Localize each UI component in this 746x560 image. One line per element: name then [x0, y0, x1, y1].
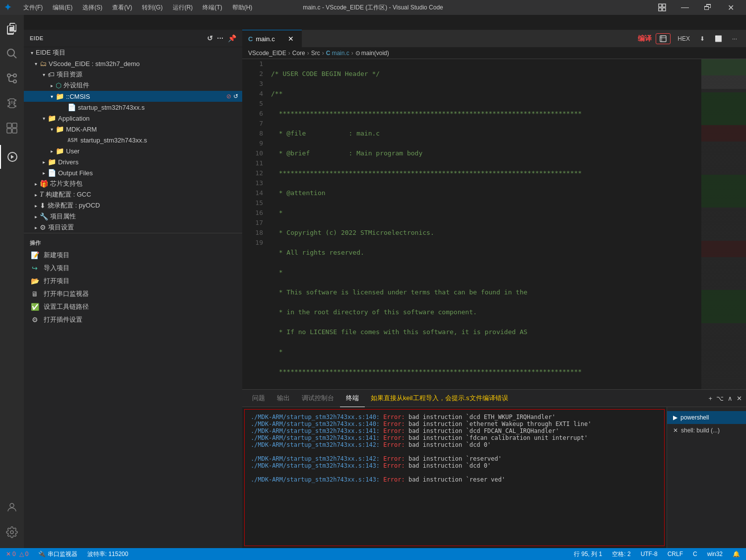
breadcrumb-vscode-eide[interactable]: VScode_EIDE — [248, 50, 286, 57]
panel-content: ./MDK-ARM/startup_stm32h743xx.s:140: Err… — [242, 407, 746, 548]
breadcrumb-core[interactable]: Core — [292, 50, 305, 57]
status-spaces[interactable]: 空格: 2 — [610, 550, 632, 559]
menu-view[interactable]: 查看(V) — [108, 2, 136, 13]
activity-explorer[interactable] — [0, 30, 24, 41]
status-baud-rate[interactable]: 波特率: 115200 — [85, 550, 131, 559]
menu-help[interactable]: 帮助(H) — [228, 2, 257, 13]
terminal-output[interactable]: ./MDK-ARM/startup_stm32h743xx.s:140: Err… — [244, 409, 665, 546]
operations-section: 操作 📝 新建项目 ↪ 导入项目 📂 打开项目 🖥 打开串口监视器 — [24, 233, 242, 328]
panel-powershell[interactable]: ▶ powershell — [667, 411, 746, 424]
sidebar-item-mdk-arm[interactable]: ▾ 📁 MDK-ARM — [24, 124, 242, 135]
op-serial-monitor[interactable]: 🖥 打开串口监视器 — [24, 287, 242, 300]
more-actions-icon[interactable]: ··· — [729, 34, 740, 44]
pin-icon[interactable]: 📌 — [228, 34, 237, 42]
activity-eide[interactable] — [0, 145, 24, 169]
operations-title: 操作 — [24, 237, 242, 249]
status-os[interactable]: win32 — [705, 551, 725, 558]
svg-point-18 — [10, 531, 13, 534]
download-icon[interactable]: ⬇ — [697, 34, 708, 44]
op-new-project[interactable]: 📝 新建项目 — [24, 249, 242, 262]
hex-button[interactable]: HEX — [675, 34, 693, 44]
error-msg-10: bad instruction `reser ved' — [408, 476, 505, 483]
svg-point-17 — [10, 503, 14, 507]
op-import-project[interactable]: ↪ 导入项目 — [24, 262, 242, 275]
status-serial-monitor[interactable]: 🔌 串口监视器 — [36, 550, 79, 559]
code-editor[interactable]: /* USER CODE BEGIN Header */ /** *******… — [267, 59, 701, 389]
panel-shell-build[interactable]: ✕ shell: build (...) — [667, 424, 746, 437]
sidebar-item-peripherals[interactable]: ▸ ⬡ 外设组件 — [24, 80, 242, 91]
sidebar-item-startup2[interactable]: ASM startup_stm32h743xx.s — [24, 135, 242, 145]
activity-settings[interactable] — [0, 520, 24, 544]
breadcrumb-file[interactable]: Cmain.c — [326, 50, 349, 57]
menu-file[interactable]: 文件(F) — [19, 2, 47, 13]
expand-panel-icon[interactable]: ∧ — [728, 395, 733, 402]
panel-tab-debug-console[interactable]: 调试控制台 — [296, 390, 340, 407]
close-panel-icon[interactable]: ✕ — [737, 395, 742, 402]
minimize-button[interactable]: — — [674, 0, 696, 15]
project-section-header[interactable]: ▾ EIDE 项目 — [24, 47, 242, 58]
op-plugin-settings[interactable]: ⚙ 打开插件设置 — [24, 313, 242, 326]
panel-tab-output[interactable]: 输出 — [271, 390, 296, 407]
close-button[interactable]: ✕ — [719, 0, 742, 15]
sidebar-item-output-files[interactable]: ▸ 📄 Output Files — [24, 167, 242, 178]
error-label-7: Error: — [383, 455, 405, 462]
menu-run[interactable]: 运行(R) — [169, 2, 197, 13]
sidebar-item-cmsis[interactable]: ▾ 📁 ::CMSIS ⊘ ↺ — [24, 91, 242, 102]
status-line-ending[interactable]: CRLF — [666, 551, 685, 558]
sidebar-item-build-config[interactable]: ▸ T 构建配置 : GCC — [24, 189, 242, 200]
sidebar-item-drivers[interactable]: ▸ 📁 Drivers — [24, 156, 242, 167]
menu-terminal[interactable]: 终端(T) — [199, 2, 226, 13]
status-line-col[interactable]: 行 95, 列 1 — [572, 550, 604, 559]
activity-debug[interactable] — [0, 91, 24, 115]
status-language[interactable]: C — [691, 551, 699, 558]
folder-icon: 📁 — [48, 114, 56, 122]
op-open-project[interactable]: 📂 打开项目 — [24, 275, 242, 287]
activity-search[interactable] — [0, 42, 24, 66]
tab-close-button[interactable]: ✕ — [286, 34, 296, 44]
output-tab-label: 输出 — [277, 394, 290, 403]
breadcrumb-func[interactable]: ⊙main(void) — [355, 50, 389, 57]
refresh-small-icon[interactable]: ↺ — [233, 93, 238, 100]
activity-source-control[interactable] — [0, 67, 24, 90]
chevron-down-icon: ▾ — [40, 72, 48, 77]
error-label-1: Error: — [383, 414, 405, 420]
error-label-2: Error: — [383, 420, 405, 427]
sidebar-item-flash-config[interactable]: ▸ ⬇ 烧录配置 : pyOCD — [24, 200, 242, 211]
chevron-right-icon: ▸ — [48, 148, 56, 154]
sidebar-item-project-props[interactable]: ▸ 🔧 项目属性 — [24, 211, 242, 222]
status-encoding[interactable]: UTF-8 — [639, 551, 660, 558]
activity-extensions[interactable] — [0, 116, 24, 140]
sidebar-item-startup1[interactable]: 📄 startup_stm32h743xx.s — [24, 102, 242, 113]
open-folder-icon: 📂 — [30, 277, 40, 285]
panel-tab-terminal[interactable]: 终端 — [340, 390, 365, 407]
sidebar-item-user[interactable]: ▸ 📁 User — [24, 145, 242, 156]
split-terminal-icon[interactable]: ⌥ — [716, 395, 724, 402]
layout-icon[interactable] — [651, 0, 674, 15]
activity-account[interactable] — [0, 495, 24, 519]
panel-tab-problems[interactable]: 问题 — [246, 390, 271, 407]
menu-goto[interactable]: 转到(G) — [138, 2, 166, 13]
compile-button[interactable] — [656, 33, 671, 44]
sidebar-item-project[interactable]: ▾ 🗂 VScode_EIDE : stm32h7_demo — [24, 58, 242, 69]
sidebar-item-project-settings[interactable]: ▸ ⚙ 项目设置 — [24, 222, 242, 233]
refresh-icon[interactable]: ↺ — [207, 34, 213, 42]
status-notifications[interactable]: 🔔 — [731, 551, 742, 558]
menu-edit[interactable]: 编辑(E) — [49, 2, 76, 13]
maximize-button[interactable]: 🗗 — [696, 0, 719, 15]
sidebar-item-application[interactable]: ▾ 📁 Application — [24, 113, 242, 124]
svg-rect-1 — [663, 4, 666, 7]
editor-tab-main-c[interactable]: C main.c ✕ — [242, 30, 302, 47]
add-terminal-icon[interactable]: + — [708, 395, 712, 402]
tab-right-actions: 编译 HEX ⬇ ⬜ ··· — [632, 30, 746, 47]
menu-select[interactable]: 选择(S) — [78, 2, 106, 13]
status-errors[interactable]: ✕ 0 △ 0 — [4, 551, 30, 558]
more-icon[interactable]: ··· — [217, 34, 223, 42]
split-editor-icon[interactable]: ⬜ — [712, 34, 725, 44]
op-toolchain-path[interactable]: ✅ 设置工具链路径 — [24, 300, 242, 313]
titlebar-left: ✦ 文件(F) 编辑(E) 选择(S) 查看(V) 转到(G) 运行(R) 终端… — [4, 2, 256, 13]
sidebar-item-chip-support[interactable]: ▸ 🎁 芯片支持包 — [24, 178, 242, 189]
sidebar-item-project-source[interactable]: ▾ 🏷 项目资源 — [24, 69, 242, 80]
stop-icon[interactable]: ⊘ — [226, 93, 231, 100]
error-msg-1: bad instruction `dcd ETH_WKUP_IRQHandler… — [408, 414, 555, 420]
breadcrumb-src[interactable]: Src — [311, 50, 320, 57]
